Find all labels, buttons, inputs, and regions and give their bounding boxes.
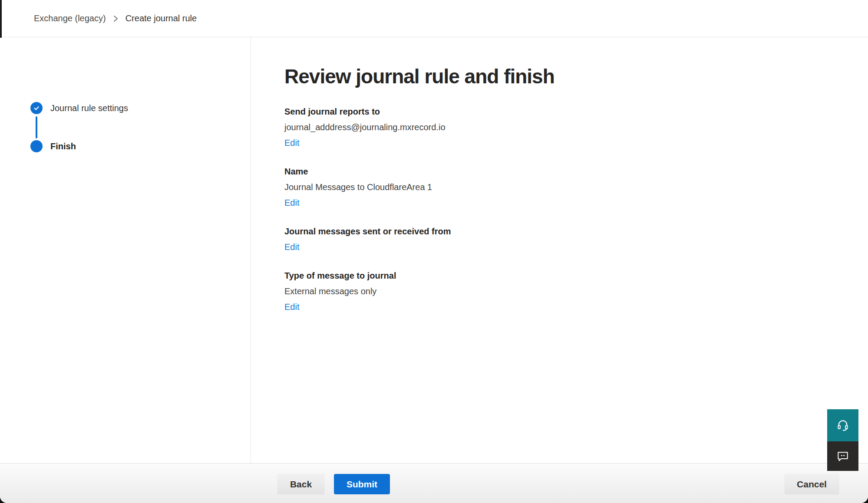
- submit-button[interactable]: Submit: [334, 474, 390, 494]
- cancel-button[interactable]: Cancel: [785, 474, 839, 494]
- edit-link-name[interactable]: Edit: [284, 195, 299, 210]
- section-value: External messages only: [284, 283, 868, 299]
- section-label: Name: [284, 164, 868, 179]
- section-type-of-message-to-journal: Type of message to journal External mess…: [284, 268, 868, 315]
- section-label: Type of message to journal: [284, 268, 868, 283]
- action-bar: Back Submit Cancel: [0, 463, 868, 503]
- section-journal-messages-sent-or-received-from: Journal messages sent or received from E…: [284, 224, 868, 255]
- dot-icon: [30, 140, 43, 152]
- step-connector-line: [36, 116, 37, 138]
- check-icon: [30, 102, 43, 114]
- step-label: Journal rule settings: [50, 103, 128, 113]
- page-title: Review journal rule and finish: [284, 65, 868, 88]
- wizard-steps-panel: Journal rule settings Finish: [0, 38, 251, 463]
- admin-center-window: Exchange (legacy) Create journal rule Jo…: [0, 0, 868, 503]
- help-button[interactable]: [827, 409, 858, 441]
- headset-icon: [836, 418, 850, 432]
- breadcrumb-exchange-legacy[interactable]: Exchange (legacy): [34, 13, 106, 23]
- section-value: Journal Messages to CloudflareArea 1: [284, 179, 868, 195]
- back-button[interactable]: Back: [277, 474, 324, 494]
- breadcrumb-create-journal-rule: Create journal rule: [125, 13, 197, 23]
- chevron-right-icon: [113, 14, 119, 23]
- section-name: Name Journal Messages to CloudflareArea …: [284, 164, 868, 210]
- section-label: Send journal reports to: [284, 104, 868, 119]
- chat-bubble-icon: [836, 449, 850, 463]
- step-finish[interactable]: Finish: [30, 140, 76, 152]
- section-label: Journal messages sent or received from: [284, 224, 868, 239]
- review-pane: Review journal rule and finish Send jour…: [251, 38, 868, 463]
- step-label: Finish: [50, 141, 76, 151]
- section-send-journal-reports-to: Send journal reports to journal_adddress…: [284, 104, 868, 151]
- step-journal-rule-settings[interactable]: Journal rule settings: [30, 102, 128, 114]
- edit-link-send-journal-reports-to[interactable]: Edit: [284, 135, 299, 151]
- breadcrumb: Exchange (legacy) Create journal rule: [2, 0, 868, 37]
- feedback-button[interactable]: [827, 441, 858, 471]
- edit-link-type-of-message[interactable]: Edit: [284, 299, 299, 315]
- section-value: journal_adddress@journaling.mxrecord.io: [284, 119, 868, 135]
- edit-link-journal-messages-scope[interactable]: Edit: [284, 239, 299, 255]
